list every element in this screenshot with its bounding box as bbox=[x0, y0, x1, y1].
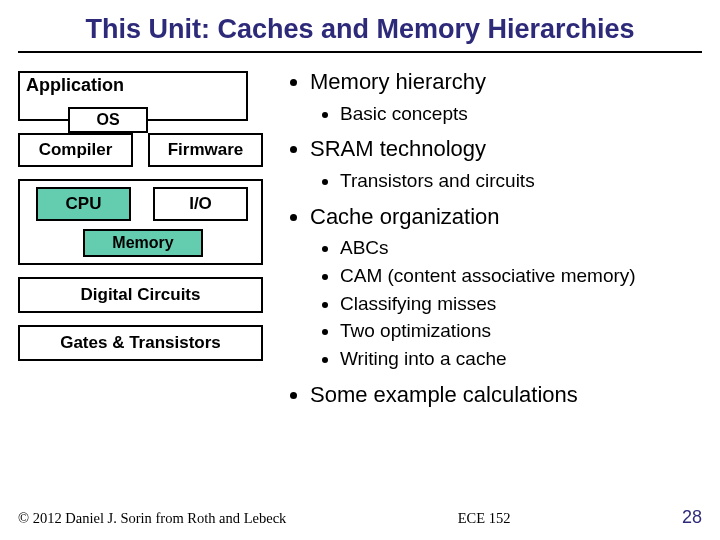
label-io: I/O bbox=[189, 194, 212, 214]
footer-copyright: © 2012 Daniel J. Sorin from Roth and Leb… bbox=[18, 510, 286, 527]
bullet-l2: Classifying misses bbox=[340, 291, 702, 317]
bullet-l2: ABCs bbox=[340, 235, 702, 261]
box-firmware: Firmware bbox=[148, 133, 263, 167]
label-gates: Gates & Transistors bbox=[60, 333, 221, 353]
bullet-l2: Transistors and circuits bbox=[340, 168, 702, 194]
footer: © 2012 Daniel J. Sorin from Roth and Leb… bbox=[18, 507, 702, 528]
page-title: This Unit: Caches and Memory Hierarchies bbox=[18, 14, 702, 45]
box-gates-transistors: Gates & Transistors bbox=[18, 325, 263, 361]
bullet-content: Memory hierarchy Basic concepts SRAM tec… bbox=[288, 67, 702, 411]
box-compiler: Compiler bbox=[18, 133, 133, 167]
bullet-l2: Writing into a cache bbox=[340, 346, 702, 372]
label-firmware: Firmware bbox=[168, 140, 244, 160]
box-memory: Memory bbox=[83, 229, 203, 257]
label-os: OS bbox=[96, 111, 119, 129]
page-number: 28 bbox=[682, 507, 702, 528]
bullet-l1: Memory hierarchy Basic concepts bbox=[310, 67, 702, 126]
box-io: I/O bbox=[153, 187, 248, 221]
bullet-l1: Cache organization ABCs CAM (content ass… bbox=[310, 202, 702, 372]
bullet-l2: Two optimizations bbox=[340, 318, 702, 344]
label-compiler: Compiler bbox=[39, 140, 113, 160]
label-digital: Digital Circuits bbox=[81, 285, 201, 305]
footer-course: ECE 152 bbox=[458, 510, 511, 527]
label-application: Application bbox=[26, 75, 124, 96]
box-digital-circuits: Digital Circuits bbox=[18, 277, 263, 313]
bullet-text: Memory hierarchy bbox=[310, 69, 486, 94]
hierarchy-diagram: Application OS Compiler Firmware CPU I/O bbox=[18, 71, 278, 401]
box-cpu: CPU bbox=[36, 187, 131, 221]
bullet-l1: Some example calculations bbox=[310, 380, 702, 410]
bullet-l2: CAM (content associative memory) bbox=[340, 263, 702, 289]
bullet-text: SRAM technology bbox=[310, 136, 486, 161]
bullet-text: Some example calculations bbox=[310, 382, 578, 407]
bullet-l2: Basic concepts bbox=[340, 101, 702, 127]
bullet-l1: SRAM technology Transistors and circuits bbox=[310, 134, 702, 193]
label-memory: Memory bbox=[112, 234, 173, 252]
bullet-text: Cache organization bbox=[310, 204, 500, 229]
box-os: OS bbox=[68, 107, 148, 133]
label-cpu: CPU bbox=[66, 194, 102, 214]
title-rule bbox=[18, 51, 702, 53]
